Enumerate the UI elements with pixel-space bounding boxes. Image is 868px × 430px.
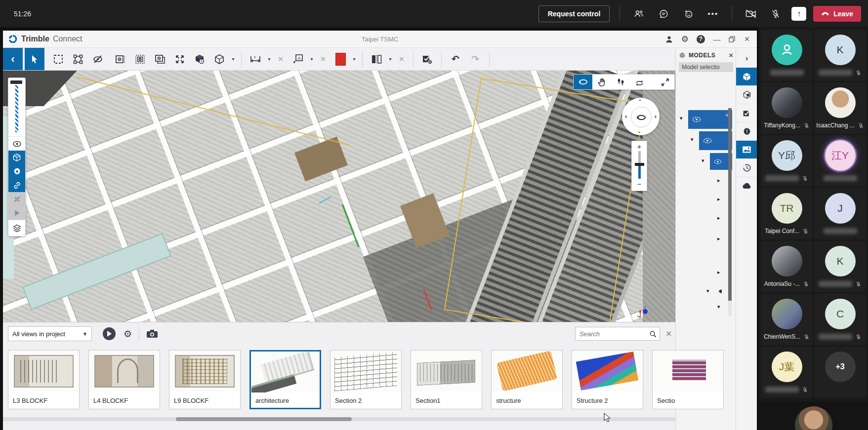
view-cube-tool[interactable] [209, 48, 229, 70]
view-card[interactable]: Sectio [652, 350, 724, 409]
orbit-right-arrow[interactable]: › [655, 113, 657, 120]
tree-item[interactable] [688, 110, 732, 129]
more-icon[interactable]: ••• [704, 6, 722, 22]
settings-gear-icon[interactable] [8, 164, 25, 178]
orbit-tool[interactable] [574, 75, 592, 89]
tree-caret-expanded[interactable]: ▾ [717, 304, 720, 310]
scrollbar-thumb[interactable] [728, 108, 732, 301]
undo-button[interactable]: ↶ [446, 48, 465, 70]
participant-tile[interactable]: J葉 [761, 347, 813, 398]
tree-eye-icon[interactable] [714, 159, 722, 164]
swatch-caret[interactable]: ▾ [350, 48, 358, 70]
tree-caret-collapsed[interactable]: ▸ [717, 196, 720, 202]
participant-tile[interactable] [761, 30, 813, 81]
zoom-in-button[interactable]: + [637, 141, 642, 151]
participant-tile[interactable]: K [814, 241, 866, 292]
add-markup-tool[interactable] [417, 48, 437, 70]
tree-caret-expanded[interactable]: ▾ [702, 157, 704, 164]
todo-tab[interactable] [736, 104, 757, 122]
label-caret[interactable]: ▾ [308, 48, 316, 70]
request-control-button[interactable]: Request control [538, 5, 610, 22]
views-horizontal-scrollbar[interactable] [3, 417, 675, 421]
view-card[interactable]: Section1 [411, 350, 482, 409]
restore-icon[interactable] [729, 36, 735, 42]
participant-tile[interactable]: +3 [814, 347, 866, 398]
select-tool[interactable] [25, 48, 44, 70]
isolate-view-tool[interactable] [111, 48, 130, 70]
clear-measure-button[interactable]: × [273, 48, 288, 70]
view-card[interactable]: L9 BLOCKF [169, 350, 241, 409]
label-markup-tool[interactable]: A [288, 48, 308, 70]
view-card[interactable]: L4 BLOCKF [88, 350, 160, 409]
minimize-icon[interactable]: — [713, 35, 721, 43]
view-card[interactable]: L3 BLOCKF [8, 350, 80, 409]
tree-caret-expanded[interactable]: ▾ [706, 288, 709, 294]
participant-tile[interactable]: Y邱 [761, 135, 813, 187]
view-card[interactable]: structure [491, 350, 563, 409]
sync-cloud-tab[interactable] [736, 177, 757, 195]
leave-button[interactable]: Leave [813, 6, 861, 22]
marquee-select-tool[interactable] [48, 48, 68, 70]
participant-tile[interactable]: ChienWenS... [761, 294, 813, 345]
opacity-slider[interactable] [8, 78, 25, 137]
model-time-tool[interactable] [190, 48, 209, 70]
tree-caret-collapsed[interactable]: ▸ [717, 177, 720, 184]
layers-icon[interactable] [8, 220, 25, 236]
tree-eye-icon[interactable] [692, 117, 701, 122]
tree-eye-icon[interactable] [703, 138, 712, 144]
camera-off-icon[interactable] [742, 6, 760, 22]
issues-gear-tab[interactable] [736, 122, 757, 141]
hide-tool[interactable] [88, 48, 108, 70]
orbit-up-arrow[interactable]: ˆ [639, 99, 641, 106]
reactions-icon[interactable] [679, 6, 697, 22]
view-card[interactable]: Structure 2 [572, 350, 643, 409]
participant-tile[interactable]: IsaacChang ... [814, 82, 866, 134]
views-settings-gear-icon[interactable]: ⚙ [124, 328, 132, 340]
settings-gear-icon[interactable]: ⚙ [681, 34, 689, 44]
transform-tool[interactable] [68, 48, 88, 70]
orbit-down-arrow[interactable]: ˆ [638, 126, 640, 134]
visibility-eye-icon[interactable] [8, 137, 25, 151]
snapshot-camera-icon[interactable] [146, 329, 158, 338]
participant-tile[interactable]: TR Taipei Conf... [761, 188, 813, 239]
measure-caret[interactable]: ▾ [265, 48, 273, 70]
measure-tool[interactable]: x [246, 48, 265, 70]
overlay-view-tool[interactable] [150, 48, 170, 70]
look-around-tool[interactable] [630, 75, 649, 89]
user-icon[interactable] [665, 35, 673, 43]
frame-view-tool[interactable] [130, 48, 150, 70]
tree-eye-partial-icon[interactable] [718, 289, 725, 294]
search-icon[interactable] [649, 330, 657, 338]
models-tab[interactable] [736, 68, 757, 86]
section-caret[interactable]: ▾ [386, 48, 394, 70]
search-input[interactable] [579, 330, 647, 338]
views-panel-close-icon[interactable]: × [666, 328, 671, 339]
participant-tile[interactable]: C [814, 294, 866, 345]
participant-tile[interactable]: 江Y [814, 135, 866, 187]
people-icon[interactable] [630, 6, 648, 22]
views-filter-dropdown[interactable]: All views in project ▼ [8, 326, 92, 341]
view-card[interactable]: architecture [249, 350, 321, 409]
views-search-box[interactable] [575, 327, 660, 341]
fit-view-tool[interactable] [170, 48, 190, 70]
participant-tile[interactable]: K [814, 30, 866, 81]
self-video-tile[interactable] [759, 401, 868, 430]
participant-tile[interactable]: TiffanyKong... [761, 82, 813, 134]
zoom-handle[interactable] [635, 163, 644, 166]
participant-tile[interactable]: AntoniaSu -... [761, 241, 813, 292]
close-icon[interactable]: × [743, 34, 751, 44]
scrollbar-thumb[interactable] [176, 417, 352, 421]
share-tray-icon[interactable]: ↑ [791, 7, 806, 21]
redo-button[interactable]: ↷ [465, 48, 485, 70]
orbit-left-arrow[interactable]: ‹ [625, 113, 627, 120]
mic-off-icon[interactable] [767, 6, 785, 22]
back-button[interactable]: ‹ [3, 48, 23, 70]
tree-caret-expanded[interactable]: ▾ [691, 136, 694, 143]
zoom-track[interactable] [638, 151, 641, 179]
zoom-slider[interactable]: + − [631, 141, 647, 191]
clear-label-button[interactable]: × [316, 48, 331, 70]
chat-icon[interactable] [655, 6, 672, 22]
models-panel-close-icon[interactable]: × [729, 51, 733, 59]
help-icon[interactable]: ? [697, 35, 705, 43]
history-tab[interactable] [736, 159, 757, 177]
